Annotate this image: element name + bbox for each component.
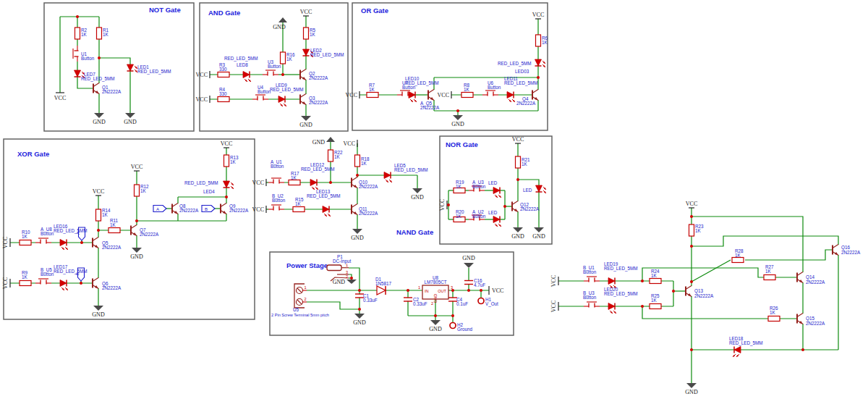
resistor-R14[interactable] bbox=[96, 209, 101, 221]
wire bbox=[692, 217, 803, 272]
button-U1[interactable] bbox=[73, 46, 79, 62]
button-U6[interactable] bbox=[482, 91, 498, 96]
transistor-Q7[interactable] bbox=[131, 225, 137, 236]
transistor-Q11[interactable] bbox=[352, 204, 357, 215]
resistor-R27[interactable] bbox=[764, 275, 775, 280]
label-LED4-val: RED_LED_5MM bbox=[184, 180, 218, 186]
transistor-A_Q5[interactable] bbox=[428, 90, 434, 101]
gnd-label: GND bbox=[124, 119, 137, 125]
resistor-R13[interactable] bbox=[224, 155, 229, 167]
label-R21-val: 1K bbox=[522, 161, 528, 167]
resistor-R25[interactable] bbox=[650, 304, 661, 309]
resistor-R1[interactable] bbox=[97, 28, 102, 39]
label-C4-val: 0.1uF bbox=[456, 301, 468, 306]
label-LED7-val: RED_LED_5MM bbox=[81, 76, 115, 82]
led-LED16[interactable] bbox=[60, 240, 68, 251]
transistor-Q9[interactable] bbox=[221, 203, 226, 214]
label-LED12-val: RED_LED_5MM bbox=[301, 167, 335, 172]
transistor-Q3[interactable] bbox=[300, 94, 306, 105]
resistor-R5[interactable] bbox=[304, 28, 309, 39]
label-Q2-val: 2N2222A bbox=[309, 75, 328, 80]
resistor-R18[interactable] bbox=[355, 155, 360, 167]
transistor-Q10[interactable] bbox=[352, 177, 357, 188]
button-U4[interactable] bbox=[252, 95, 268, 101]
button-A_U1[interactable] bbox=[268, 178, 284, 184]
resistor-R23[interactable] bbox=[689, 224, 694, 236]
resistor-R9[interactable] bbox=[20, 281, 31, 286]
transistor-Q5[interactable] bbox=[93, 238, 98, 248]
led-LED1[interactable] bbox=[127, 64, 138, 72]
transistor-Q8[interactable] bbox=[172, 203, 178, 214]
transistor-Q13[interactable] bbox=[686, 286, 692, 297]
transistor-Q2[interactable] bbox=[300, 70, 306, 80]
button-A_U8[interactable] bbox=[35, 238, 51, 244]
led-LED9[interactable] bbox=[278, 96, 286, 107]
label-LED11-val: RED_LED_5MM bbox=[504, 80, 538, 86]
transistor-Q1[interactable] bbox=[93, 83, 99, 94]
led-LEDN2[interactable] bbox=[493, 217, 501, 227]
button-B_U2[interactable] bbox=[268, 205, 284, 211]
junction bbox=[80, 282, 82, 285]
led-LED11[interactable] bbox=[507, 92, 515, 103]
button-B_U1[interactable] bbox=[584, 277, 600, 282]
led-LED4[interactable] bbox=[224, 181, 234, 189]
label-R20-val: 1K bbox=[456, 214, 462, 219]
transistor-Q14[interactable] bbox=[797, 272, 803, 283]
led-LED5[interactable] bbox=[384, 172, 392, 183]
label-R9-val: 1K bbox=[22, 274, 28, 280]
led-LED12[interactable] bbox=[310, 180, 318, 190]
resistor-R2[interactable] bbox=[75, 28, 80, 39]
resistor-R22[interactable] bbox=[328, 150, 333, 161]
button-B_U3[interactable] bbox=[584, 302, 600, 308]
transistor-Q15[interactable] bbox=[797, 314, 803, 324]
transistor-Q6[interactable] bbox=[93, 278, 98, 289]
button-B_U5[interactable] bbox=[35, 279, 51, 285]
led-LED17[interactable] bbox=[60, 280, 68, 291]
led-LED03[interactable] bbox=[535, 59, 546, 67]
resistor-R24[interactable] bbox=[650, 279, 661, 284]
label-C1-val: 0.33uF bbox=[363, 298, 378, 303]
transistor-Q12[interactable] bbox=[512, 201, 518, 212]
led-LED20[interactable] bbox=[608, 303, 616, 314]
resistor-R4[interactable] bbox=[218, 97, 229, 102]
resistor-R17[interactable] bbox=[289, 180, 300, 185]
resistor-R15[interactable] bbox=[293, 207, 305, 212]
resistor-R28[interactable] bbox=[732, 258, 744, 263]
vcc-label: VCC bbox=[300, 9, 312, 15]
gnd-label: GND bbox=[273, 24, 286, 30]
led-LED10[interactable] bbox=[409, 92, 417, 103]
terminal-U5[interactable] bbox=[294, 284, 305, 308]
transistor-Q16[interactable] bbox=[833, 245, 838, 256]
gnd-symbol: GND bbox=[532, 226, 545, 240]
resistor-R3[interactable] bbox=[218, 72, 229, 77]
label-U1-val: Button bbox=[81, 56, 95, 61]
hole-H2[interactable] bbox=[450, 323, 456, 329]
label-pins-two: 2 bbox=[305, 297, 307, 301]
led-LED18[interactable] bbox=[733, 347, 741, 358]
capacitor-C2[interactable] bbox=[403, 298, 413, 301]
junction bbox=[80, 241, 83, 244]
diode-D1[interactable] bbox=[377, 286, 386, 295]
led-LEDN1[interactable] bbox=[493, 188, 501, 198]
capacitor-C16[interactable] bbox=[464, 281, 474, 285]
hole-H1[interactable] bbox=[478, 298, 484, 304]
resistor-R26[interactable] bbox=[768, 316, 780, 322]
transistor-Q4[interactable] bbox=[532, 90, 538, 101]
resistor-R6[interactable] bbox=[536, 35, 541, 46]
resistor-R12[interactable] bbox=[135, 185, 140, 196]
gnd-symbol: GND bbox=[511, 226, 524, 240]
resistor-R7[interactable] bbox=[367, 93, 378, 98]
junction bbox=[329, 181, 332, 184]
global-label-a[interactable]: A bbox=[153, 206, 166, 212]
resistor-R10[interactable] bbox=[20, 240, 31, 245]
led-LEDN3[interactable] bbox=[536, 185, 547, 193]
led-LED13[interactable] bbox=[323, 206, 331, 217]
resistor-R16[interactable] bbox=[281, 52, 286, 64]
led-LED8[interactable] bbox=[243, 72, 251, 83]
resistor-R21[interactable] bbox=[516, 156, 521, 168]
button-U3[interactable] bbox=[263, 70, 278, 76]
global-label-b[interactable]: B bbox=[202, 206, 215, 212]
resistor-R8[interactable] bbox=[461, 93, 473, 98]
resistor-R11[interactable] bbox=[109, 228, 120, 233]
vcc-symbol: VCC bbox=[54, 93, 66, 101]
